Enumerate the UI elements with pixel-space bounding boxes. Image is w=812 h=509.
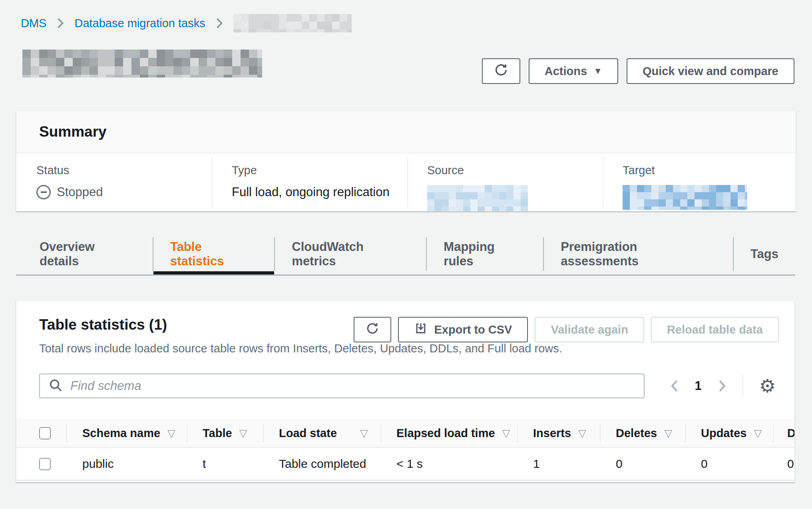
actions-button-label: Actions	[545, 65, 587, 78]
page-number[interactable]: 1	[695, 379, 702, 393]
download-icon	[414, 322, 428, 338]
column-label: Deletes	[616, 427, 657, 440]
quick-view-label: Quick view and compare	[643, 65, 778, 78]
summary-target-column: Target	[603, 153, 796, 211]
refresh-button[interactable]	[482, 58, 520, 84]
cell-ddls: 0	[773, 448, 795, 480]
column-header-schema-name[interactable]: Schema name ▽	[66, 419, 187, 447]
table-statistics-actions: Export to CSV Validate again Reload tabl…	[354, 317, 779, 342]
summary-panel: Summary Status Stopped Type Full load, o…	[16, 111, 796, 211]
chevron-right-icon	[216, 18, 223, 29]
tab-table-statistics[interactable]: Table statistics	[153, 237, 275, 271]
column-header-load-state[interactable]: Load state ▽	[263, 419, 380, 447]
status-value: Stopped	[36, 185, 212, 199]
column-label: Inserts	[533, 427, 571, 440]
target-endpoint-link-redacted[interactable]	[623, 185, 747, 210]
column-header-ddls[interactable]: DDLs	[773, 419, 795, 447]
row-select-cell	[16, 448, 66, 480]
select-all-checkbox[interactable]	[39, 427, 51, 439]
select-all-cell	[16, 419, 66, 447]
task-tabs: Overview details Table statistics CloudW…	[16, 237, 795, 276]
column-header-elapsed-load-time[interactable]: Elapsed load time ▽	[380, 419, 517, 447]
summary-source-column: Source	[407, 153, 603, 211]
table-header-row: Schema name ▽ Table ▽ Load state ▽ Elaps…	[16, 419, 795, 448]
type-value: Full load, ongoing replication	[232, 185, 407, 199]
table-statistics-panel: Table statistics (1) Total rows include …	[16, 301, 795, 482]
table-refresh-button[interactable]	[354, 317, 391, 342]
row-checkbox[interactable]	[39, 458, 51, 470]
tab-tags[interactable]: Tags	[734, 237, 795, 271]
export-csv-label: Export to CSV	[434, 323, 512, 336]
column-header-table[interactable]: Table ▽	[187, 419, 263, 447]
statistics-table: Schema name ▽ Table ▽ Load state ▽ Elaps…	[16, 419, 795, 481]
column-label: Schema name	[82, 427, 160, 440]
sort-icon: ▽	[239, 427, 247, 439]
page-title-redacted	[22, 50, 262, 78]
column-header-updates[interactable]: Updates ▽	[685, 419, 773, 447]
chevron-right-icon[interactable]	[718, 380, 726, 392]
sort-icon: ▽	[754, 427, 762, 439]
search-input[interactable]	[70, 378, 641, 394]
search-icon	[48, 378, 63, 394]
export-csv-button[interactable]: Export to CSV	[398, 317, 528, 342]
sort-icon: ▽	[664, 427, 672, 439]
sort-icon: ▽	[360, 427, 368, 439]
tab-premigration-assessments[interactable]: Premigration assessments	[544, 237, 734, 271]
table-statistics-title: Table statistics (1)	[39, 316, 167, 333]
cell-schema-name: public	[66, 448, 187, 480]
column-header-inserts[interactable]: Inserts ▽	[517, 419, 600, 447]
sort-icon: ▽	[502, 427, 510, 439]
header-actions: Actions ▼ Quick view and compare	[482, 58, 794, 84]
breadcrumb-link-tasks[interactable]: Database migration tasks	[74, 17, 205, 30]
source-label: Source	[427, 164, 603, 177]
table-row: public t Table completed < 1 s 1 0 0 0	[16, 448, 795, 481]
summary-panel-title: Summary	[16, 111, 796, 153]
pagination-divider	[742, 375, 743, 397]
gear-icon[interactable]: ⚙	[759, 377, 776, 395]
tab-overview-details[interactable]: Overview details	[23, 237, 153, 271]
cell-load-state: Table completed	[263, 448, 380, 480]
cell-deletes: 0	[600, 448, 685, 480]
chevron-left-icon[interactable]	[670, 380, 679, 392]
dms-task-page: DMS Database migration tasks Actions ▼ Q…	[0, 0, 812, 509]
column-label: Load state	[279, 427, 337, 440]
tab-cloudwatch-metrics[interactable]: CloudWatch metrics	[275, 237, 427, 271]
reload-table-data-button[interactable]: Reload table data	[651, 317, 779, 342]
schema-search	[39, 374, 645, 398]
refresh-icon	[366, 322, 379, 338]
summary-status-column: Status Stopped	[16, 153, 212, 211]
column-label: Elapsed load time	[396, 427, 495, 440]
column-label: Table	[203, 427, 232, 440]
actions-button[interactable]: Actions ▼	[529, 58, 618, 84]
tab-mapping-rules[interactable]: Mapping rules	[427, 237, 544, 271]
table-statistics-description: Total rows include loaded source table r…	[39, 342, 562, 355]
source-endpoint-link-redacted[interactable]	[427, 185, 528, 211]
caret-down-icon: ▼	[593, 67, 602, 76]
column-label: Updates	[701, 427, 746, 440]
tab-label: Premigration assessments	[561, 240, 716, 268]
sort-icon: ▽	[167, 427, 175, 439]
reload-table-data-label: Reload table data	[667, 323, 763, 336]
column-header-deletes[interactable]: Deletes ▽	[600, 419, 685, 447]
cell-inserts: 1	[517, 448, 600, 480]
sort-icon: ▽	[578, 427, 586, 439]
breadcrumb-current-redacted	[233, 14, 352, 32]
tab-label: Tags	[750, 247, 778, 261]
summary-type-column: Type Full load, ongoing replication	[212, 153, 407, 211]
status-label: Status	[36, 164, 212, 177]
tab-label: Table statistics	[170, 240, 257, 268]
target-label: Target	[623, 164, 796, 177]
cell-elapsed-load-time: < 1 s	[380, 448, 517, 480]
tab-label: Overview details	[40, 240, 136, 268]
breadcrumb-link-dms[interactable]: DMS	[21, 17, 46, 30]
cell-table: t	[187, 448, 263, 480]
stopped-icon	[36, 185, 51, 199]
quick-view-compare-button[interactable]: Quick view and compare	[627, 58, 794, 84]
chevron-right-icon	[57, 18, 64, 29]
validate-again-button[interactable]: Validate again	[535, 317, 644, 342]
breadcrumb: DMS Database migration tasks	[21, 13, 352, 34]
cell-updates: 0	[685, 448, 773, 480]
column-label: DDLs	[787, 427, 795, 440]
status-text: Stopped	[57, 185, 103, 199]
validate-again-label: Validate again	[551, 323, 628, 336]
